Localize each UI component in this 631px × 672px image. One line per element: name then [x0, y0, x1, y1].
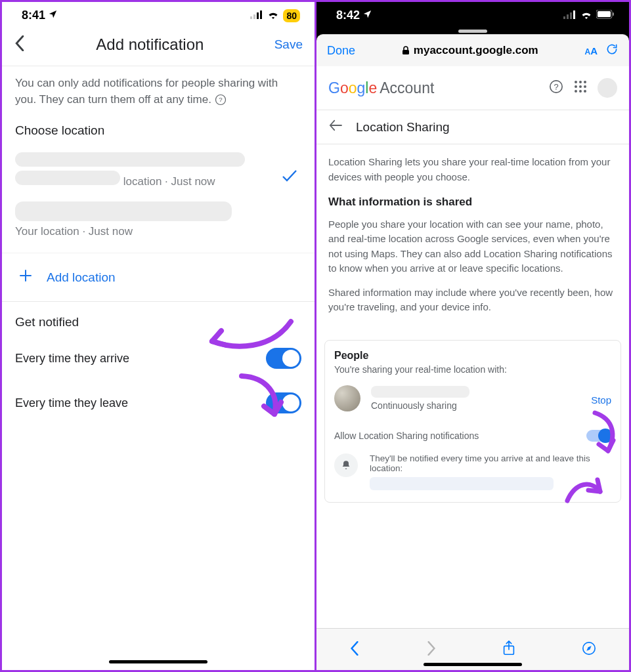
cellular-icon	[250, 9, 263, 22]
svg-rect-9	[573, 10, 575, 19]
back-icon[interactable]	[14, 35, 26, 54]
help-icon[interactable]: ?	[215, 94, 227, 106]
battery-icon	[596, 9, 615, 22]
url-display[interactable]: myaccount.google.com	[363, 44, 577, 57]
toggle-arrive[interactable]	[266, 348, 301, 369]
redacted-text	[15, 171, 120, 185]
back-arrow-icon[interactable]	[328, 119, 343, 135]
svg-rect-0	[250, 16, 252, 19]
allow-notifications-toggle[interactable]	[586, 430, 611, 442]
content-area: Location Sharing lets you share your rea…	[316, 144, 629, 335]
checkmark-icon	[282, 169, 297, 185]
people-title: People	[334, 350, 611, 362]
browser-bar: Done myaccount.google.com AA	[316, 34, 629, 66]
toggle-leave[interactable]	[266, 392, 301, 413]
description-text: You can only add notifications for peopl…	[2, 66, 315, 119]
status-right: 80	[250, 9, 300, 22]
get-notified-title: Get notified	[2, 302, 315, 336]
done-button[interactable]: Done	[327, 44, 355, 58]
svg-text:?: ?	[219, 96, 223, 104]
sharing-status: Continuously sharing	[371, 400, 469, 411]
save-button[interactable]: Save	[274, 37, 303, 52]
notification-row: They'll be notified every time you arriv…	[334, 453, 611, 490]
plus-icon	[19, 269, 32, 285]
svg-rect-6	[563, 16, 565, 19]
what-shared-p1: People you share your location with can …	[328, 217, 617, 276]
page-title: Add notification	[96, 35, 204, 54]
bell-icon	[334, 453, 358, 477]
people-card: People You're sharing your real-time loc…	[324, 340, 621, 503]
choose-location-title: Choose location	[2, 119, 315, 147]
left-screenshot: 8:41 80 Add notification Save	[2, 2, 316, 670]
svg-rect-1	[253, 14, 255, 19]
reload-icon[interactable]	[605, 43, 619, 58]
toggle-arrive-row: Every time they arrive	[2, 336, 315, 381]
svg-point-19	[575, 85, 577, 88]
svg-rect-12	[613, 12, 614, 16]
home-indicator	[424, 663, 522, 666]
status-bar: 8:41 80	[2, 2, 315, 26]
location-sharing-title: Location Sharing	[356, 120, 450, 135]
toggle-leave-label: Every time they leave	[15, 396, 128, 410]
svg-point-23	[579, 90, 582, 93]
svg-rect-7	[567, 14, 569, 19]
person-row: Continuously sharing	[334, 385, 611, 411]
google-account-header: Google Account ?	[316, 66, 629, 110]
svg-point-21	[584, 85, 586, 88]
status-time: 8:41	[22, 9, 45, 22]
add-location-label: Add location	[47, 270, 116, 285]
svg-text:?: ?	[554, 82, 558, 92]
share-icon[interactable]	[502, 640, 515, 659]
add-location-button[interactable]: Add location	[2, 253, 315, 302]
person-avatar	[334, 385, 360, 411]
location-sharing-header: Location Sharing	[316, 110, 629, 144]
location-item-1[interactable]: location · Just now	[2, 147, 315, 196]
wifi-icon	[267, 9, 279, 22]
location-services-icon	[362, 9, 372, 22]
google-account-logo: Google Account	[328, 79, 434, 97]
nav-header: Add notification Save	[2, 26, 315, 66]
svg-rect-3	[260, 10, 262, 19]
toolbar-forward-icon	[426, 641, 437, 658]
toggle-arrive-label: Every time they arrive	[15, 352, 129, 366]
toggle-leave-row: Every time they leave	[2, 381, 315, 425]
svg-point-16	[575, 81, 577, 83]
redacted-name	[15, 201, 232, 221]
what-shared-heading: What information is shared	[328, 194, 617, 211]
allow-notifications-row: Allow Location Sharing notifications	[334, 430, 611, 442]
location-services-icon	[48, 9, 58, 22]
right-screenshot: 8:42 Done myaccount.go	[316, 2, 629, 670]
stop-button[interactable]: Stop	[591, 394, 611, 406]
svg-rect-2	[257, 12, 259, 19]
svg-rect-13	[403, 50, 409, 54]
avatar[interactable]	[598, 78, 617, 98]
text-size-button[interactable]: AA	[584, 45, 598, 56]
intro-text: Location Sharing lets you share your rea…	[328, 155, 617, 184]
lock-icon	[402, 46, 410, 55]
svg-point-24	[584, 90, 586, 93]
notification-description: They'll be notified every time you arriv…	[370, 453, 611, 473]
svg-point-20	[579, 85, 582, 88]
svg-point-18	[584, 81, 586, 83]
redacted-name	[15, 152, 245, 167]
allow-notifications-label: Allow Location Sharing notifications	[334, 430, 479, 441]
redacted-name	[371, 386, 469, 398]
battery-indicator: 80	[283, 9, 300, 22]
cellular-icon	[563, 9, 577, 22]
safari-icon[interactable]	[582, 641, 596, 658]
svg-point-22	[575, 90, 577, 93]
people-subtitle: You're sharing your real-time location w…	[334, 364, 611, 375]
location-item-2[interactable]: Your location · Just now	[2, 196, 315, 246]
svg-rect-11	[598, 11, 611, 17]
apps-icon[interactable]	[574, 80, 587, 96]
home-indicator	[109, 660, 207, 663]
svg-point-17	[579, 81, 582, 83]
status-time: 8:42	[336, 9, 360, 22]
what-shared-p2: Shared information may include where you…	[328, 285, 617, 315]
wifi-icon	[580, 9, 592, 22]
svg-rect-8	[570, 12, 572, 19]
redacted-location	[370, 477, 554, 490]
toolbar-back-icon[interactable]	[349, 641, 360, 658]
help-icon[interactable]: ?	[549, 79, 563, 96]
